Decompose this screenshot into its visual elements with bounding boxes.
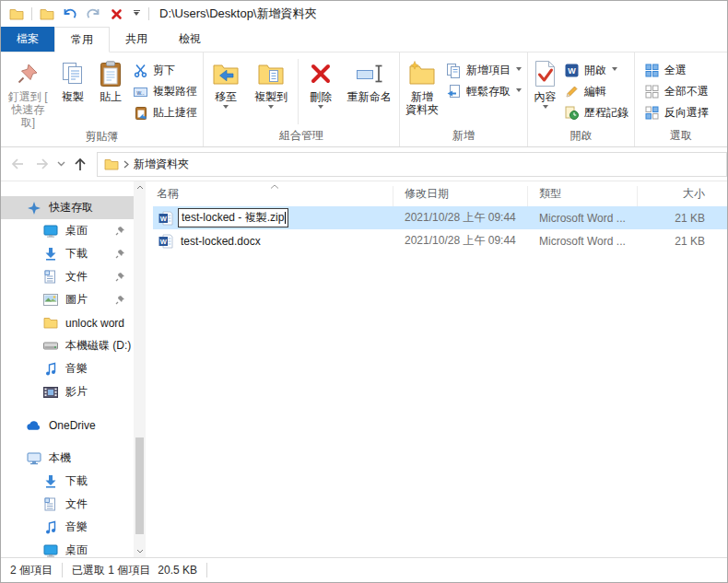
address-bar[interactable]: 新增資料夾 (97, 152, 727, 177)
document-icon (42, 270, 58, 284)
undo-button[interactable] (62, 5, 78, 23)
copy-path-button[interactable]: w.. 複製路徑 (133, 84, 197, 99)
sidebar-gap (1, 437, 146, 447)
paste-button[interactable]: 貼上 (92, 55, 129, 129)
customize-qat-button[interactable] (131, 10, 142, 18)
copy-button[interactable]: 複製 (53, 55, 93, 129)
sidebar-item-downloads[interactable]: 下載 (1, 242, 146, 265)
column-header-date-modified[interactable]: 修改日期 (393, 186, 528, 206)
column-headers: 名稱 修改日期 類型 大小 (146, 181, 727, 206)
file-size: 21 KB (638, 235, 727, 248)
up-button[interactable] (69, 153, 91, 175)
sidebar-item-pc-documents[interactable]: 文件 (1, 493, 146, 516)
edit-button[interactable]: 編輯 (564, 84, 628, 99)
drive-icon (42, 342, 58, 351)
up-arrow-icon (74, 157, 87, 171)
rename-button[interactable]: 重新命名 (342, 55, 397, 128)
new-item-button[interactable]: 新增項目 (446, 63, 522, 78)
tab-share[interactable]: 共用 (110, 27, 163, 52)
cut-button[interactable]: 剪下 (133, 63, 197, 78)
breadcrumb-segment[interactable]: 新增資料夾 (134, 157, 189, 172)
select-none-button[interactable]: 全部不選 (644, 84, 709, 99)
select-all-button[interactable]: 全選 (644, 63, 709, 78)
chevron-down-icon (268, 105, 274, 111)
file-type: Microsoft Word ... (528, 235, 638, 248)
back-button[interactable] (6, 153, 29, 175)
properties-button[interactable]: 內容 (530, 55, 560, 128)
sidebar-item-pictures[interactable]: 圖片 (1, 288, 146, 311)
recent-locations-button[interactable] (54, 153, 67, 175)
chevron-down-icon (543, 105, 548, 111)
history-button[interactable]: 歷程記錄 (564, 105, 628, 121)
music-note-icon (42, 520, 58, 534)
word-app-icon: W (564, 63, 580, 78)
rename-input[interactable]: test-locked - 複製.zip (178, 208, 288, 227)
sidebar-item-local-disk-d[interactable]: 本機磁碟 (D:) (1, 334, 146, 357)
chevron-down-icon (318, 105, 323, 111)
file-date: 2021/10/28 上午 09:44 (393, 210, 528, 226)
new-folder-button[interactable]: 新增 資料夾 (402, 55, 442, 128)
scrollbar-up-arrow[interactable] (134, 181, 146, 193)
open-button[interactable]: W 開啟 (564, 63, 628, 78)
status-item-count: 2 個項目 (10, 563, 53, 578)
file-list-pane: 名稱 修改日期 類型 大小 W (146, 181, 727, 557)
ribbon-group-select: 全選 全部不選 反向選擇 選取 (635, 52, 727, 146)
move-to-button[interactable]: 移至 (205, 55, 247, 128)
new-folder-icon (407, 57, 437, 90)
qat-folder-button[interactable] (39, 5, 55, 23)
copy-to-icon (257, 57, 285, 90)
invert-selection-button[interactable]: 反向選擇 (644, 105, 709, 121)
download-icon (42, 247, 58, 261)
sidebar-item-music[interactable]: 音樂 (1, 357, 146, 380)
sidebar-item-onedrive[interactable]: OneDrive (1, 414, 146, 437)
svg-text:w..: w.. (135, 88, 144, 95)
easy-access-button[interactable]: 輕鬆存取 (446, 84, 522, 99)
chevron-down-icon (612, 67, 617, 74)
tab-home[interactable]: 常用 (54, 27, 110, 52)
select-small-buttons: 全選 全部不選 反向選擇 (637, 55, 712, 128)
sidebar-item-this-pc[interactable]: 本機 (1, 447, 146, 470)
sidebar-item-unlock-word[interactable]: unlock word (1, 311, 146, 334)
group-label-select: 選取 (635, 128, 727, 146)
chevron-down-icon (516, 67, 522, 74)
delete-button[interactable]: 刪除 (300, 55, 342, 128)
picture-icon (42, 294, 58, 306)
pin-icon (115, 295, 125, 305)
star-icon (26, 201, 41, 216)
copy-icon (61, 57, 86, 90)
qat-delete-button[interactable] (108, 5, 124, 23)
pin-to-quick-access-button[interactable]: 釘選到 [ 快速存取] (3, 55, 53, 129)
sidebar-item-documents[interactable]: 文件 (1, 265, 146, 288)
select-none-icon (644, 84, 660, 99)
sidebar-item-pc-downloads[interactable]: 下載 (1, 470, 146, 493)
redo-button[interactable] (85, 5, 101, 23)
group-label-open: 開啟 (528, 128, 634, 146)
scrollbar-down-arrow[interactable] (134, 545, 146, 557)
move-to-icon (212, 57, 240, 90)
file-row-test-locked-docx[interactable]: W test-locked.docx 2021/10/28 上午 09:44 M… (153, 229, 727, 252)
scrollbar-thumb[interactable] (135, 437, 144, 534)
navigation-pane: 快速存取 桌面 下載 (1, 181, 146, 557)
sidebar-item-videos[interactable]: 影片 (1, 380, 146, 403)
column-header-name[interactable]: 名稱 (146, 186, 393, 206)
forward-button[interactable] (30, 153, 53, 175)
tab-file[interactable]: 檔案 (1, 27, 54, 52)
sidebar-item-desktop[interactable]: 桌面 (1, 219, 146, 242)
rename-text: test-locked - 複製.zip (182, 210, 284, 226)
sidebar-item-quick-access[interactable]: 快速存取 (1, 196, 134, 219)
sidebar-scrollbar[interactable] (134, 181, 146, 557)
column-header-type[interactable]: 類型 (528, 186, 638, 206)
sort-ascending-icon (270, 184, 279, 189)
sidebar-item-pc-desktop[interactable]: 桌面 (1, 539, 146, 557)
paste-shortcut-button[interactable]: 貼上捷徑 (133, 105, 197, 121)
column-header-size[interactable]: 大小 (638, 186, 727, 206)
pin-icon (115, 226, 125, 236)
desktop-icon (42, 544, 58, 557)
customize-qat-icon (134, 10, 140, 11)
window-folder-icon (8, 5, 25, 23)
sidebar-item-pc-music[interactable]: 音樂 (1, 516, 146, 539)
file-row-test-locked-zip[interactable]: W test-locked - 複製.zip 2021/10/28 上午 09:… (153, 206, 727, 229)
tab-view[interactable]: 檢視 (163, 27, 217, 52)
qat-separator (148, 7, 149, 20)
copy-to-button[interactable]: 複製到 (247, 55, 296, 128)
